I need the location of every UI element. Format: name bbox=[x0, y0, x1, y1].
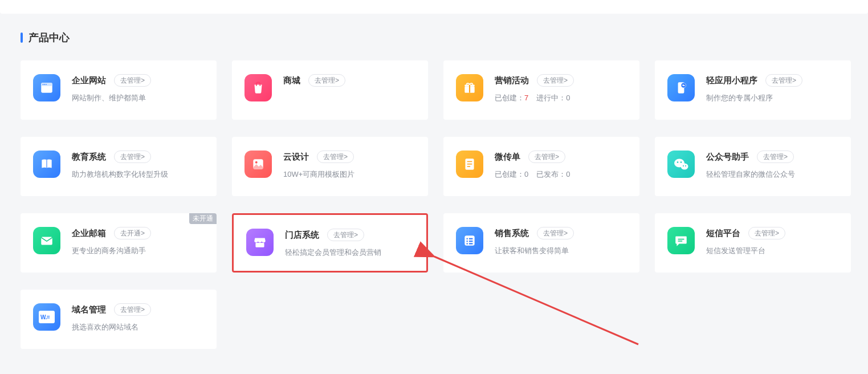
stat-label: 已创建： bbox=[495, 170, 524, 178]
card-website[interactable]: 企业网站 去管理> 网站制作、维护都简单 bbox=[21, 60, 217, 120]
wechat-icon bbox=[667, 151, 695, 178]
section-title-bar bbox=[21, 32, 23, 43]
storefront-icon bbox=[246, 229, 274, 256]
card-activity[interactable]: 营销活动 去管理> 已创建：7进行中：0 bbox=[443, 60, 639, 120]
card-desc: 助力教培机构数字化转型升级 bbox=[72, 169, 204, 180]
card-title: 微传单 bbox=[495, 152, 520, 162]
card-desc: 短信发送管理平台 bbox=[706, 245, 838, 257]
manage-button[interactable]: 去管理> bbox=[308, 74, 345, 87]
book-icon bbox=[33, 151, 60, 178]
card-title: 门店系统 bbox=[285, 230, 319, 241]
stat-label: 进行中： bbox=[536, 93, 566, 102]
svg-rect-30 bbox=[467, 243, 468, 244]
svg-rect-31 bbox=[469, 243, 473, 244]
card-title: 公众号助手 bbox=[706, 152, 749, 162]
domain-icon-text: W.= bbox=[39, 311, 55, 323]
svg-point-18 bbox=[677, 161, 679, 163]
stat-value: 7 bbox=[524, 93, 528, 102]
svg-rect-7 bbox=[469, 85, 470, 93]
manage-button[interactable]: 去管理> bbox=[748, 227, 785, 239]
svg-rect-28 bbox=[467, 241, 468, 242]
card-sms[interactable]: 短信平台 去管理> 短信发送管理平台 bbox=[655, 213, 851, 273]
card-miniapp[interactable]: 轻应用小程序 去管理> 制作您的专属小程序 bbox=[655, 60, 851, 120]
card-design[interactable]: 云设计 去管理> 10W+可商用模板图片 bbox=[232, 137, 428, 196]
card-desc: 网站制作、维护都简单 bbox=[72, 92, 204, 104]
svg-rect-33 bbox=[678, 241, 683, 242]
svg-point-2 bbox=[43, 84, 44, 85]
card-title: 企业邮箱 bbox=[72, 228, 106, 239]
card-desc: 轻松管理自家的微信公众号 bbox=[706, 169, 838, 180]
card-desc: 轻松搞定会员管理和会员营销 bbox=[285, 247, 414, 258]
manage-button[interactable]: 去管理> bbox=[327, 229, 364, 241]
card-mail[interactable]: 未开通 企业邮箱 去开通> 更专业的商务沟通助手 bbox=[21, 213, 217, 273]
svg-rect-27 bbox=[469, 238, 473, 239]
svg-point-19 bbox=[680, 161, 682, 163]
card-title: 商城 bbox=[283, 75, 300, 86]
stat-value: 0 bbox=[566, 170, 570, 178]
svg-point-22 bbox=[685, 165, 686, 166]
card-title: 教育系统 bbox=[72, 152, 106, 162]
svg-point-3 bbox=[44, 84, 45, 85]
svg-rect-16 bbox=[467, 166, 470, 167]
svg-rect-15 bbox=[467, 164, 472, 165]
card-title: 轻应用小程序 bbox=[706, 75, 757, 86]
card-domain[interactable]: W.= 域名管理 去管理> 挑选喜欢的网站域名 bbox=[21, 290, 217, 349]
manage-button[interactable]: 去管理> bbox=[757, 151, 794, 163]
manage-button[interactable]: 去管理> bbox=[114, 74, 151, 87]
section-title: 产品中心 bbox=[0, 14, 868, 55]
manage-button[interactable]: 去管理> bbox=[528, 151, 565, 163]
manage-button[interactable]: 去管理> bbox=[317, 151, 354, 163]
card-stats: 已创建：7进行中：0 bbox=[495, 92, 627, 104]
card-title: 销售系统 bbox=[495, 228, 529, 239]
card-title: 企业网站 bbox=[72, 75, 106, 86]
card-store[interactable]: 门店系统 去管理> 轻松搞定会员管理和会员营销 bbox=[232, 213, 428, 273]
svg-point-20 bbox=[681, 164, 688, 170]
svg-rect-24 bbox=[255, 243, 264, 247]
stat-label: 已发布： bbox=[536, 170, 566, 178]
card-stats: 已创建：0已发布：0 bbox=[495, 169, 627, 180]
card-desc: 制作您的专属小程序 bbox=[706, 92, 838, 104]
svg-rect-26 bbox=[467, 238, 468, 239]
envelope-icon bbox=[33, 227, 60, 254]
card-title: 云设计 bbox=[283, 152, 309, 162]
image-icon bbox=[244, 151, 272, 178]
miniapp-icon bbox=[667, 74, 695, 101]
document-icon bbox=[456, 151, 483, 178]
svg-point-12 bbox=[255, 161, 258, 164]
manage-button[interactable]: 去管理> bbox=[114, 303, 151, 316]
card-wechat-helper[interactable]: 公众号助手 去管理> 轻松管理自家的微信公众号 bbox=[655, 137, 851, 196]
card-title: 短信平台 bbox=[706, 228, 740, 239]
website-icon bbox=[33, 74, 60, 101]
card-education[interactable]: 教育系统 去管理> 助力教培机构数字化转型升级 bbox=[21, 137, 217, 196]
svg-rect-32 bbox=[678, 239, 684, 240]
domain-icon: W.= bbox=[33, 303, 60, 331]
card-sales[interactable]: 销售系统 去管理> 让获客和销售变得简单 bbox=[443, 213, 639, 273]
card-desc: 10W+可商用模板图片 bbox=[283, 169, 415, 180]
stat-value: 0 bbox=[524, 170, 528, 178]
unopened-badge: 未开通 bbox=[189, 213, 217, 224]
manage-button[interactable]: 去管理> bbox=[765, 74, 802, 87]
card-desc: 让获客和销售变得简单 bbox=[495, 245, 627, 257]
gift-icon bbox=[456, 74, 483, 101]
manage-button[interactable]: 去管理> bbox=[537, 74, 574, 87]
card-desc: 挑选喜欢的网站域名 bbox=[72, 322, 204, 333]
manage-button[interactable]: 去管理> bbox=[114, 151, 151, 163]
svg-rect-14 bbox=[467, 161, 472, 162]
stat-value: 0 bbox=[566, 93, 570, 102]
shopping-bag-icon bbox=[244, 74, 272, 101]
svg-point-21 bbox=[683, 165, 684, 166]
list-icon bbox=[456, 227, 483, 254]
manage-button[interactable]: 去管理> bbox=[537, 227, 574, 239]
chat-bubble-icon bbox=[667, 227, 695, 254]
svg-rect-29 bbox=[469, 241, 473, 242]
svg-point-4 bbox=[46, 84, 47, 85]
card-title: 营销活动 bbox=[495, 75, 529, 86]
card-title: 域名管理 bbox=[72, 304, 106, 315]
stat-label: 已创建： bbox=[495, 93, 524, 102]
card-shop[interactable]: 商城 去管理> bbox=[232, 60, 428, 120]
card-desc: 更专业的商务沟通助手 bbox=[72, 245, 204, 257]
card-flyer[interactable]: 微传单 去管理> 已创建：0已发布：0 bbox=[443, 137, 639, 196]
open-button[interactable]: 去开通> bbox=[114, 227, 151, 239]
section-title-text: 产品中心 bbox=[28, 31, 70, 44]
